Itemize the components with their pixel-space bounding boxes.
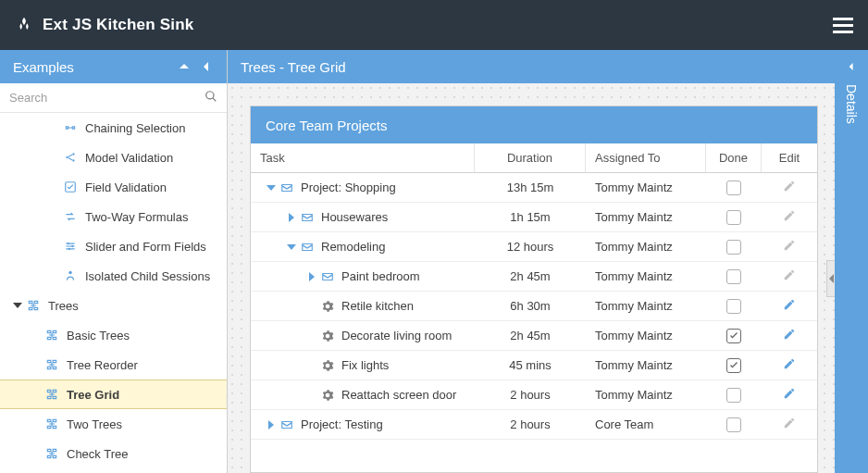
done-checkbox[interactable]: [726, 358, 741, 373]
share-icon: [61, 151, 80, 164]
expand-left-icon[interactable]: [848, 59, 855, 73]
sidebar-item[interactable]: Field Validation: [0, 172, 227, 202]
gear-icon: [319, 300, 336, 313]
edit-button[interactable]: [783, 298, 796, 314]
expand-icon[interactable]: [284, 213, 299, 222]
logo-area: Ext JS Kitchen Sink: [15, 16, 193, 34]
sidebar-item[interactable]: Chaining Selection: [0, 113, 227, 143]
edit-button[interactable]: [783, 357, 796, 373]
col-header-task[interactable]: Task: [251, 143, 475, 172]
sidebar-item[interactable]: Isolated Child Sessions: [0, 261, 227, 291]
sidebar-item-label: Two Trees: [67, 417, 122, 431]
edit-button[interactable]: [783, 239, 796, 255]
cell-edit: [762, 410, 817, 439]
expand-icon[interactable]: [284, 243, 299, 252]
sidebar-item[interactable]: Tree Grid: [0, 380, 227, 409]
cell-task: Housewares: [251, 203, 475, 231]
tree-icon: [43, 358, 61, 371]
table-row[interactable]: Project: Shopping13h 15mTommy Maintz: [251, 173, 817, 203]
sidebar-item[interactable]: Tree Reorder: [0, 350, 227, 380]
table-row[interactable]: Decorate living room2h 45mTommy Maintz: [251, 321, 817, 351]
cell-duration: 2h 45m: [475, 262, 586, 291]
edit-button[interactable]: [783, 417, 796, 432]
cell-done: [706, 232, 762, 261]
cell-duration: 2 hours: [475, 410, 586, 439]
table-row[interactable]: Retile kitchen6h 30mTommy Maintz: [251, 292, 817, 321]
sidebar-item[interactable]: Check Tree: [0, 439, 227, 468]
grid-headers: Task Duration Assigned To Done Edit: [251, 143, 817, 173]
sidebar-title: Examples: [13, 59, 177, 75]
check-icon: [61, 180, 80, 193]
sidebar-item[interactable]: Slider and Form Fields: [0, 231, 227, 261]
sidebar-item[interactable]: Trees: [0, 291, 227, 320]
cell-assigned: Tommy Maintz: [586, 321, 706, 350]
search-icon[interactable]: [205, 90, 217, 106]
sidebar-item[interactable]: Two Trees: [0, 409, 227, 439]
examples-tree[interactable]: Chaining SelectionModel ValidationField …: [0, 113, 227, 473]
sidebar-item-label: Field Validation: [85, 180, 167, 194]
table-row[interactable]: Paint bedroom2h 45mTommy Maintz: [251, 262, 817, 292]
sidebar-item-label: Basic Trees: [67, 329, 130, 342]
col-header-duration[interactable]: Duration: [475, 143, 586, 172]
table-row[interactable]: Reattach screen door2 hoursTommy Maintz: [251, 380, 817, 410]
cell-assigned: Core Team: [586, 410, 706, 439]
table-row[interactable]: Remodeling12 hoursTommy Maintz: [251, 232, 817, 262]
sidebar-header: Examples: [0, 50, 227, 83]
sidebar-item-label: Check Tree: [67, 447, 128, 461]
col-header-done[interactable]: Done: [706, 143, 762, 172]
sliders-icon: [61, 240, 80, 253]
edit-button[interactable]: [783, 209, 796, 225]
sidebar-item[interactable]: Two-Way Formulas: [0, 202, 227, 231]
cell-task: Project: Shopping: [251, 173, 475, 202]
done-checkbox[interactable]: [726, 329, 741, 343]
grid-rows: Project: Shopping13h 15mTommy MaintzHous…: [251, 173, 817, 472]
cell-assigned: Tommy Maintz: [586, 203, 706, 231]
sidebar-item-label: Isolated Child Sessions: [85, 269, 210, 283]
table-row[interactable]: Housewares1h 15mTommy Maintz: [251, 203, 817, 232]
details-label: Details: [844, 84, 859, 124]
details-pane-collapsed[interactable]: Details: [835, 50, 868, 473]
edit-button[interactable]: [783, 268, 796, 284]
cell-task: Project: Testing: [251, 410, 475, 439]
expand-icon[interactable]: [264, 420, 279, 429]
expand-icon[interactable]: [264, 183, 279, 193]
done-checkbox[interactable]: [726, 269, 741, 284]
sidebar-item[interactable]: Basic Trees: [0, 320, 227, 350]
col-header-edit[interactable]: Edit: [762, 143, 817, 172]
cell-done: [706, 351, 762, 380]
gear-icon: [319, 330, 336, 342]
cell-duration: 6h 30m: [475, 292, 586, 320]
cell-duration: 45 mins: [475, 351, 586, 380]
col-header-assigned[interactable]: Assigned To: [586, 143, 706, 172]
done-checkbox[interactable]: [726, 417, 741, 432]
done-checkbox[interactable]: [726, 299, 741, 314]
envelope-icon: [299, 241, 316, 254]
app-header: Ext JS Kitchen Sink: [0, 0, 868, 50]
sidebar-item[interactable]: Model Validation: [0, 143, 227, 172]
edit-button[interactable]: [783, 387, 796, 403]
tree-icon: [43, 388, 61, 401]
cell-done: [706, 380, 762, 409]
done-checkbox[interactable]: [726, 210, 741, 225]
done-checkbox[interactable]: [726, 388, 741, 403]
collapse-left-icon[interactable]: [199, 59, 214, 74]
table-row[interactable]: Fix lights45 minsTommy Maintz: [251, 351, 817, 380]
tree-arrow-icon[interactable]: [11, 301, 24, 310]
table-row[interactable]: Project: Testing2 hoursCore Team: [251, 410, 817, 440]
menu-button[interactable]: [833, 12, 853, 39]
expand-details-tab[interactable]: [826, 260, 835, 297]
sidebar-item-label: Tree Reorder: [67, 358, 138, 372]
content-body: Core Team Projects Task Duration Assigne…: [228, 83, 835, 473]
edit-button[interactable]: [783, 328, 796, 343]
done-checkbox[interactable]: [726, 240, 741, 255]
cell-done: [706, 321, 762, 350]
done-checkbox[interactable]: [726, 180, 741, 195]
gear-icon: [319, 389, 336, 402]
expand-icon[interactable]: [304, 272, 319, 281]
cell-task: Remodeling: [251, 232, 475, 261]
search-input[interactable]: [9, 87, 205, 108]
cell-done: [706, 292, 762, 320]
collapse-up-icon[interactable]: [177, 59, 192, 74]
edit-button[interactable]: [783, 180, 796, 195]
tree-icon: [43, 417, 61, 430]
